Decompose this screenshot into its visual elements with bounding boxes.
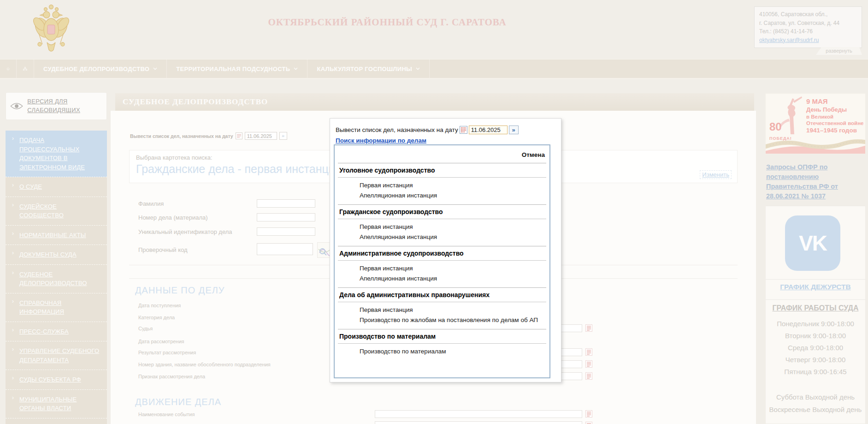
review-date-label: Дата рассмотрения	[138, 339, 184, 344]
list-picker-icon[interactable]	[585, 422, 592, 424]
case-number-label: Номер дела (материала)	[138, 214, 208, 221]
address-line: Тел.: (8452) 41-14-76	[759, 27, 857, 36]
kartoteka-option[interactable]: Апелляционная инстанция	[360, 274, 546, 284]
list-picker-icon[interactable]	[585, 348, 592, 356]
group-header-civil: Гражданское судопроизводство	[335, 205, 549, 219]
schedule-row: Понедельник 9:00-18:00	[766, 318, 865, 330]
chevron-right-icon: ›	[12, 375, 14, 381]
date-input[interactable]	[245, 132, 277, 140]
group-header-criminal: Уголовное судопроизводство	[335, 163, 549, 177]
schedule-row: Среда 9:00-18:00	[766, 342, 865, 354]
sidebar-item-press-sluzhba[interactable]: › ПРЕСС-СЛУЖБА	[6, 322, 107, 342]
court-email-link[interactable]: oktyabrsky.sar@sudrf.ru	[759, 37, 819, 43]
captcha-magnifier-icon[interactable]	[319, 248, 327, 256]
chevron-right-icon: ›	[12, 135, 14, 142]
sidebar-item-sudy-subekta-rf[interactable]: › СУДЫ СУБЪЕКТА РФ	[6, 370, 107, 390]
surname-input[interactable]	[257, 199, 315, 208]
address-line: г. Саратов, ул. Советская, д. 44	[759, 19, 857, 28]
review-result-label: Результат рассмотрения	[138, 350, 196, 355]
judge-label: Судья	[138, 326, 153, 331]
sidebar-item-o-sude[interactable]: › О СУДЕ	[6, 177, 107, 197]
list-picker-icon[interactable]	[585, 372, 592, 380]
chevron-right-icon: ›	[12, 298, 14, 305]
vk-social-link[interactable]: VK	[785, 215, 840, 271]
sidebar-item-spravochnaya-informatsiya[interactable]: › СПРАВОЧНАЯ ИНФОРМАЦИЯ	[6, 293, 107, 322]
sidebar-item-normativnye-akty[interactable]: › НОРМАТИВНЫЕ АКТЫ	[6, 226, 107, 245]
event-name-input[interactable]	[375, 410, 582, 418]
calendar-icon[interactable]	[236, 132, 242, 139]
chevron-right-icon: ›	[12, 394, 14, 401]
nav-item-kalkulyator-gosposhliny[interactable]: КАЛЬКУЛЯТОР ГОСПОШЛИНЫ	[307, 60, 430, 78]
sidebar-item-sudeyskoe-soobshchestvo[interactable]: › СУДЕЙСКОЕ СООБЩЕСТВО	[6, 197, 107, 226]
chevron-down-icon	[416, 67, 420, 70]
chevron-right-icon: ›	[12, 250, 14, 256]
nav-item-territorialnaya-podsudnost[interactable]: ТЕРРИТОРИАЛЬНАЯ ПОДСУДНОСТЬ	[167, 60, 307, 78]
sidebar-item-sudebnoe-deloproizvodstvo[interactable]: › СУДЕБНОЕ ДЕЛОПРОИЗВОДСТВО	[6, 265, 107, 293]
cancel-button[interactable]: Отмена	[522, 151, 545, 158]
coat-of-arms-eagle	[33, 4, 69, 55]
expand-address-button[interactable]: развернуть	[816, 47, 862, 55]
nav-item-sudebnoe-deloproizvodstvo[interactable]: СУДЕБНОЕ ДЕЛОПРОИЗВОДСТВО	[34, 60, 167, 78]
victory-banner-text: 9 МАЯ День Победы в Великой Отечественно…	[806, 97, 863, 135]
victory-day-banner[interactable]: 80 ПОБЕДА! 9 МАЯ День Победы в Великой О…	[765, 93, 866, 154]
sidebar-item-upravlenie-sudebnogo-departamenta[interactable]: › УПРАВЛЕНИЕ СУДЕБНОГО ДЕПАРТАМЕНТА	[6, 341, 107, 370]
case-uid-input[interactable]	[257, 227, 315, 236]
kartoteka-option[interactable]: Первая инстанция	[360, 305, 546, 315]
weekend-schedule-list: Суббота Выходной день Воскресенье Выходн…	[766, 391, 865, 416]
court-address-block: 410056, Саратовская обл., г. Саратов, ул…	[754, 6, 862, 48]
duty-schedule-link[interactable]: ГРАФИК ДЕЖУРСТВ	[766, 283, 865, 291]
kartoteka-option[interactable]: Первая инстанция	[360, 180, 546, 191]
kartoteka-option[interactable]: Первая инстанция	[360, 263, 546, 274]
list-picker-icon[interactable]	[585, 324, 592, 332]
chevron-right-icon: ›	[12, 182, 14, 188]
event-result-input[interactable]	[375, 421, 582, 424]
home-nav-button[interactable]	[0, 60, 17, 78]
main-navbar: СУДЕБНОЕ ДЕЛОПРОИЗВОДСТВО ТЕРРИТОРИАЛЬНА…	[0, 59, 868, 79]
work-schedule-list: Понедельник 9:00-18:00 Вторник 9:00-18:0…	[766, 318, 865, 378]
case-movement-section-title: ДВИЖЕНИЕ ДЕЛА	[135, 397, 221, 407]
opfr-requests-link[interactable]: Запросы ОПФР по постановлению Правительс…	[766, 162, 856, 201]
chevron-right-icon: ›	[12, 230, 14, 237]
review-flag-label: Признак рассмотрения дела	[138, 374, 205, 379]
sidebar-item-podacha-dokumentov[interactable]: › ПОДАЧА ПРОЦЕССУАЛЬНЫХ ДОКУМЕНТОВ В ЭЛЕ…	[6, 131, 107, 177]
kartoteka-option[interactable]: Первая инстанция	[360, 222, 546, 232]
modal-go-button[interactable]: »	[509, 125, 519, 134]
kartoteka-option[interactable]: Производство по материалам	[360, 346, 546, 357]
kartoteka-option[interactable]: Производство по жалобам на постановления…	[360, 315, 546, 325]
page-title: ОКТЯБРЬСКИЙ РАЙОННЫЙ СУД Г. САРАТОВА	[138, 17, 636, 28]
building-number-label: Номер здания, название обособленного под…	[138, 362, 271, 367]
sitemap-nav-button[interactable]	[17, 60, 34, 78]
calendar-icon[interactable]	[460, 126, 467, 134]
list-picker-icon[interactable]	[585, 410, 592, 418]
captcha-input[interactable]	[257, 243, 313, 255]
kartoteka-option[interactable]: Апелляционная инстанция	[360, 191, 546, 201]
change-kartoteka-link[interactable]: Изменить	[700, 170, 732, 179]
sidebar-item-dokumenty-suda[interactable]: › ДОКУМЕНТЫ СУДА	[6, 245, 107, 265]
modal-date-label: Вывести список дел, назначенных на дату	[336, 126, 458, 133]
page: ОКТЯБРЬСКИЙ РАЙОННЫЙ СУД Г. САРАТОВА 410…	[0, 0, 868, 424]
accessibility-version-link[interactable]: ВЕРСИЯ ДЛЯ СЛАБОВИДЯЩИХ	[6, 92, 107, 120]
captcha-label: Проверочный код	[138, 246, 188, 253]
list-picker-icon[interactable]	[585, 360, 592, 368]
georgian-ribbon-icon	[766, 135, 866, 154]
accessibility-version-label: ВЕРСИЯ ДЛЯ СЛАБОВИДЯЩИХ	[27, 97, 103, 115]
nav-item-label: КАЛЬКУЛЯТОР ГОСПОШЛИНЫ	[317, 66, 412, 72]
sidebar-menu: › ПОДАЧА ПРОЦЕССУАЛЬНЫХ ДОКУМЕНТОВ В ЭЛЕ…	[6, 131, 107, 424]
kartoteka-option[interactable]: Апелляционная инстанция	[360, 232, 546, 242]
address-line: 410056, Саратовская обл.,	[759, 10, 857, 19]
group-header-materials: Производство по материалам	[335, 329, 549, 343]
work-schedule-title[interactable]: ГРАФИК РАБОТЫ СУДА	[766, 304, 865, 312]
case-data-section-title: ДАННЫЕ ПО ДЕЛУ	[135, 285, 225, 296]
schedule-row: Воскресенье Выходной день	[766, 403, 865, 416]
case-search-link[interactable]: Поиск информации по делам	[336, 137, 426, 144]
modal-date-input[interactable]	[469, 125, 508, 134]
vk-logo-icon: VK	[799, 231, 827, 256]
sidebar-item-vakansii[interactable]: › ВАКАНСИИ	[6, 418, 107, 424]
event-name-label: Наименование события	[138, 412, 195, 417]
go-button[interactable]: »	[279, 132, 287, 140]
schedule-row: Четверг 9:00-18:00	[766, 354, 865, 366]
case-uid-label: Уникальный идентификатор дела	[138, 228, 232, 235]
sidebar-item-munitsipalnye-organy-vlasti[interactable]: › МУНИЦИПАЛЬНЫЕ ОРГАНЫ ВЛАСТИ	[6, 390, 107, 418]
case-number-input[interactable]	[257, 213, 315, 221]
right-info-panel: VK ГРАФИК ДЕЖУРСТВ ГРАФИК РАБОТЫ СУДА По…	[765, 206, 866, 424]
